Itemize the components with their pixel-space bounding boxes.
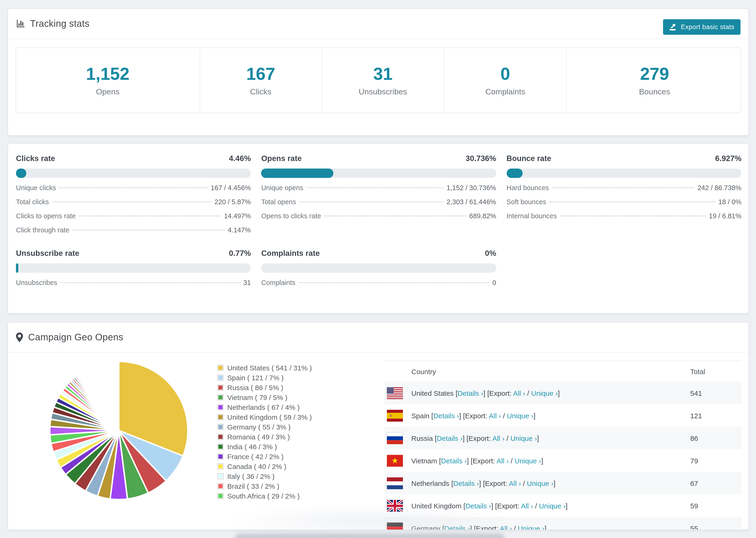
geo-total-united-states: 541 [690, 389, 741, 397]
geo-total-vietnam: 79 [690, 457, 741, 464]
legend-label: Netherlands ( 67 / 4% ) [227, 403, 300, 411]
legend-label: South Africa ( 29 / 2% ) [227, 492, 300, 500]
stat-value-bounces: 279 [640, 64, 669, 84]
export-all-link-germany[interactable]: All › [500, 524, 512, 530]
country-name: Germany [411, 524, 442, 530]
rate-row-label: Unsubscribes [16, 279, 57, 286]
export-all-link-netherlands[interactable]: All › [509, 479, 521, 487]
bracket: ] [541, 457, 543, 464]
bracket: [ [463, 502, 465, 510]
rate-value: 0.77% [229, 249, 251, 258]
bracket: ] [544, 524, 546, 530]
bracket: ] [533, 411, 535, 419]
slash: / [525, 389, 531, 397]
export-all-link-vietnam[interactable]: All › [497, 457, 509, 464]
geo-total-germany: 55 [690, 524, 741, 530]
bracket: ] [Export: [470, 524, 500, 530]
export-all-link-spain[interactable]: All › [489, 411, 501, 419]
rate-row-label: Total opens [261, 198, 296, 206]
legend-item-united-kingdom: United Kingdom ( 59 / 3% ) [217, 412, 312, 422]
rate-progress-fill [507, 169, 523, 178]
details-link-netherlands[interactable]: Details › [453, 479, 479, 487]
stat-label-bounces: Bounces [639, 87, 670, 96]
export-unique-link-germany[interactable]: Unique › [518, 524, 544, 530]
legend-label: Germany ( 55 / 3% ) [227, 423, 291, 431]
country-name: Russia [411, 434, 435, 442]
stat-label-opens: Opens [96, 87, 120, 96]
dotted-leader [324, 215, 466, 216]
stat-box-bounces: 279Bounces [567, 48, 741, 113]
slash: / [512, 524, 518, 530]
details-link-united-states[interactable]: Details › [458, 389, 483, 397]
dotted-leader [61, 282, 240, 283]
summary-stats-strip: 1,152Opens167Clicks31Unsubscribes0Compla… [16, 47, 741, 113]
geo-country-cell-spain: Spain [Details ›] [Export: All › / Uniqu… [411, 411, 690, 419]
dotted-leader [299, 201, 443, 202]
details-link-vietnam[interactable]: Details › [441, 457, 467, 464]
legend-label: India ( 46 / 3% ) [227, 443, 277, 451]
dashboard-page: Tracking stats Export basic stats 1,152O… [0, 0, 756, 538]
export-unique-link-united-kingdom[interactable]: Unique › [539, 502, 566, 510]
stat-label-complaints: Complaints [485, 87, 525, 96]
country-name: United States [411, 389, 456, 397]
legend-swatch [217, 463, 224, 469]
rate-value: 4.46% [229, 154, 251, 163]
details-link-spain[interactable]: Details › [433, 411, 459, 419]
export-all-link-united-states[interactable]: All › [513, 389, 525, 397]
legend-item-canada: Canada ( 40 / 2% ) [217, 461, 312, 471]
dotted-leader [59, 187, 207, 188]
legend-item-italy: Italy ( 36 / 2% ) [217, 471, 312, 481]
flag-us-icon [387, 387, 403, 399]
export-all-link-united-kingdom[interactable]: All › [521, 502, 533, 510]
campaign-geo-opens-card: Campaign Geo Opens United States ( 541 /… [8, 322, 749, 530]
rate-progress-track [16, 263, 251, 273]
export-unique-link-vietnam[interactable]: Unique › [514, 457, 541, 464]
export-unique-link-netherlands[interactable]: Unique › [527, 479, 553, 487]
stat-box-complaints: 0Complaints [445, 48, 567, 113]
rate-progress-track [507, 169, 741, 178]
dotted-leader [550, 201, 715, 202]
geo-total-united-kingdom: 59 [690, 502, 741, 510]
rate-value: 0% [485, 249, 496, 258]
dotted-leader [73, 230, 225, 231]
stat-value-complaints: 0 [501, 64, 510, 84]
export-all-link-russia[interactable]: All › [492, 434, 505, 442]
legend-label: Brazil ( 33 / 2% ) [227, 482, 279, 490]
legend-swatch [217, 394, 224, 401]
rate-progress-fill [16, 169, 27, 178]
geo-country-cell-netherlands: Netherlands [Details ›] [Export: All › /… [411, 479, 690, 487]
export-basic-stats-button[interactable]: Export basic stats [663, 19, 740, 34]
rate-row-label: Internal bounces [507, 212, 557, 220]
details-link-united-kingdom[interactable]: Details › [465, 502, 491, 510]
slash: / [509, 457, 514, 464]
export-unique-link-spain[interactable]: Unique › [507, 411, 533, 419]
rate-row-value: 18 / 0% [719, 198, 741, 206]
geo-legend: United States ( 541 / 31% )Spain ( 121 /… [217, 363, 312, 501]
rate-title: Complaints rate [261, 249, 320, 258]
page-title: Tracking stats [30, 18, 89, 29]
export-unique-link-united-states[interactable]: Unique › [531, 389, 558, 397]
details-link-russia[interactable]: Details › [437, 434, 462, 442]
rate-head-clicks-rate: Clicks rate4.46% [16, 154, 251, 163]
geo-total-russia: 86 [690, 434, 741, 442]
rate-row-value: 2,303 / 61.446% [447, 198, 496, 206]
bracket: [ [431, 411, 433, 419]
rate-row-soft-bounces: Soft bounces18 / 0% [507, 198, 741, 212]
stat-box-unsubscribes: 31Unsubscribes [322, 48, 444, 113]
rate-progress-fill [261, 169, 334, 178]
legend-swatch [217, 483, 224, 489]
rate-row-hard-bounces: Hard bounces242 / 86.738% [507, 184, 741, 198]
rate-row-unique-clicks: Unique clicks167 / 4.456% [16, 184, 251, 198]
legend-item-south-africa: South Africa ( 29 / 2% ) [217, 491, 312, 501]
rate-block-unsubscribe-rate: Unsubscribe rate0.77%Unsubscribes31 [16, 249, 251, 293]
legend-item-france: France ( 42 / 2% ) [217, 452, 312, 461]
details-link-germany[interactable]: Details › [444, 524, 470, 530]
rate-row-label: Clicks to opens rate [16, 212, 76, 220]
legend-swatch [217, 454, 224, 459]
dotted-leader [298, 282, 489, 283]
legend-label: Spain ( 121 / 7% ) [227, 374, 284, 382]
export-unique-link-russia[interactable]: Unique › [511, 434, 537, 442]
rate-block-bounce-rate: Bounce rate6.927%Hard bounces242 / 86.73… [507, 154, 741, 241]
legend-item-vietnam: Vietnam ( 79 / 5% ) [217, 393, 312, 402]
rate-row-value: 220 / 5.87% [215, 198, 251, 206]
